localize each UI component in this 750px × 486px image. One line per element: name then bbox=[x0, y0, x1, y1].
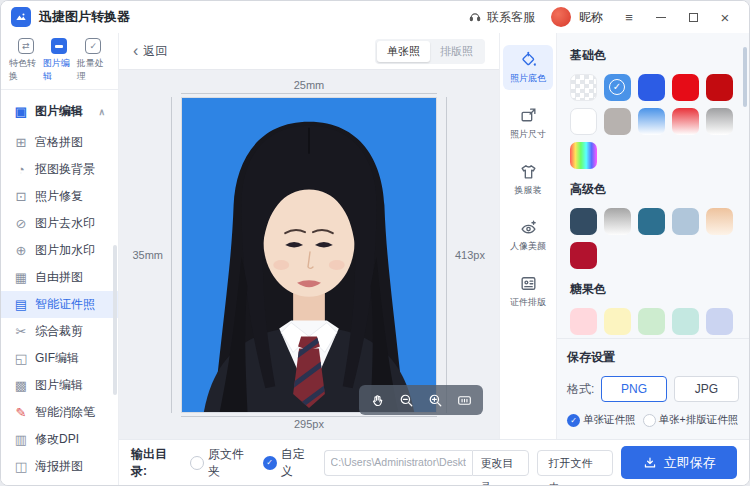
minimize-button[interactable] bbox=[649, 6, 673, 28]
sidebar-item[interactable]: ▤ 智能证件照 bbox=[1, 291, 118, 318]
save-now-button[interactable]: 立即保存 bbox=[621, 446, 737, 479]
image-edit-icon bbox=[51, 38, 67, 54]
color-swatch[interactable] bbox=[638, 308, 665, 335]
nav-tab-batch-process[interactable]: ✓ 批量处理 bbox=[77, 38, 110, 83]
color-group: 基础色✓ bbox=[570, 47, 736, 169]
panel-scrollbar[interactable] bbox=[743, 47, 747, 107]
tool-strip: 照片底色 照片尺寸 换服装 人像美颜 bbox=[499, 33, 557, 439]
sidebar-item-icon: ▥ bbox=[14, 432, 28, 447]
sidebar-group-header[interactable]: ▣ 图片编辑 ∧ bbox=[1, 94, 118, 129]
tool-change-clothes[interactable]: 换服装 bbox=[503, 157, 553, 202]
id-photo-portrait[interactable] bbox=[181, 97, 437, 413]
download-icon bbox=[643, 456, 657, 470]
color-swatch[interactable] bbox=[672, 308, 699, 335]
sidebar-item[interactable]: ▦ 自由拼图 bbox=[1, 264, 118, 291]
sidebar-item-label: 智能消除笔 bbox=[35, 404, 95, 421]
compare-view-icon[interactable] bbox=[457, 393, 472, 408]
color-swatch[interactable] bbox=[570, 108, 597, 135]
color-swatch[interactable] bbox=[638, 108, 665, 135]
nav-tab-label: 图片编辑 bbox=[43, 57, 76, 83]
sidebar-item[interactable]: ◫ 海报拼图 bbox=[1, 453, 118, 480]
format-png-button[interactable]: PNG bbox=[601, 376, 666, 402]
swatch-grid bbox=[570, 308, 736, 338]
nav-tab-feature-convert[interactable]: ⇄ 特色转换 bbox=[9, 38, 42, 83]
maximize-button[interactable] bbox=[681, 6, 705, 28]
color-swatch[interactable] bbox=[638, 74, 665, 101]
color-swatch[interactable] bbox=[706, 108, 733, 135]
checklist-icon: ✓ bbox=[85, 38, 101, 54]
hand-pan-icon[interactable] bbox=[370, 393, 385, 408]
tool-photo-size[interactable]: 照片尺寸 bbox=[503, 101, 553, 146]
tool-photo-bg-color[interactable]: 照片底色 bbox=[503, 45, 553, 90]
open-folder-button[interactable]: 打开文件夹 bbox=[537, 450, 613, 476]
sidebar-item[interactable]: ✂ 综合裁剪 bbox=[1, 318, 118, 345]
color-swatch[interactable] bbox=[604, 108, 631, 135]
sidebar-item[interactable]: ✎ 智能消除笔 bbox=[1, 399, 118, 426]
color-swatch[interactable] bbox=[672, 74, 699, 101]
output-dir-label: 输出目录: bbox=[131, 446, 182, 480]
sidebar-item-label: 宫格拼图 bbox=[35, 134, 83, 151]
color-swatch[interactable] bbox=[672, 108, 699, 135]
format-row: 格式: PNG JPG bbox=[567, 376, 739, 402]
color-swatch[interactable] bbox=[604, 308, 631, 335]
sidebar-item-label: 海报拼图 bbox=[35, 458, 83, 475]
save-options-row: ✓ 单张证件照 单张+排版证件照 bbox=[567, 413, 739, 427]
tool-portrait-beauty[interactable]: 人像美颜 bbox=[503, 213, 553, 258]
tab-single-photo[interactable]: 单张照 bbox=[377, 41, 430, 62]
color-swatch[interactable] bbox=[570, 74, 597, 101]
format-jpg-button[interactable]: JPG bbox=[674, 376, 739, 402]
tab-layout-photo[interactable]: 排版照 bbox=[430, 41, 483, 62]
color-swatch[interactable] bbox=[570, 242, 597, 269]
title-bar: 迅捷图片转换器 联系客服 昵称 ≡ × bbox=[1, 1, 749, 33]
sidebar-item-label: 抠图换背景 bbox=[35, 161, 95, 178]
color-swatch[interactable] bbox=[570, 208, 597, 235]
sidebar-item-icon: ▦ bbox=[14, 270, 28, 285]
dim-width-px: 295px bbox=[294, 417, 324, 432]
color-swatch[interactable] bbox=[706, 208, 733, 235]
menu-icon[interactable]: ≡ bbox=[617, 6, 641, 28]
radio-unchecked-icon bbox=[190, 456, 204, 470]
rainbow-picker-swatch[interactable] bbox=[570, 142, 597, 169]
sidebar-item[interactable]: ◔ 抠图换背景 bbox=[1, 156, 118, 183]
sidebar-item[interactable]: ⊡ 照片修复 bbox=[1, 183, 118, 210]
change-directory-button[interactable]: 更改目录 bbox=[472, 450, 530, 476]
sidebar: ⇄ 特色转换 图片编辑 ✓ 批量处理 ▣ 图片编辑 ∧ bbox=[1, 33, 119, 485]
sidebar-scrollbar[interactable] bbox=[113, 245, 117, 395]
back-button[interactable]: ‹ 返回 bbox=[133, 43, 167, 60]
color-swatch[interactable] bbox=[706, 308, 733, 335]
option-custom-folder[interactable]: ✓ 自定义 bbox=[263, 446, 316, 480]
color-swatch[interactable] bbox=[570, 308, 597, 335]
color-swatch[interactable] bbox=[604, 208, 631, 235]
option-single-photo[interactable]: ✓ 单张证件照 bbox=[567, 413, 636, 427]
color-swatch[interactable] bbox=[706, 74, 733, 101]
close-button[interactable]: × bbox=[713, 6, 737, 28]
tool-label: 人像美颜 bbox=[510, 240, 546, 253]
tool-id-layout[interactable]: 证件排版 bbox=[503, 269, 553, 314]
sidebar-item[interactable]: ▥ 修改DPI bbox=[1, 426, 118, 453]
photo-canvas: 25mm 35mm bbox=[119, 69, 499, 439]
contact-support-button[interactable]: 联系客服 bbox=[468, 9, 535, 26]
output-path-input[interactable] bbox=[324, 450, 472, 476]
app-window: 迅捷图片转换器 联系客服 昵称 ≡ × ⇄ 特色转换 图片编辑 bbox=[0, 0, 750, 486]
dim-height-mm: 35mm bbox=[129, 249, 171, 261]
sidebar-item[interactable]: ⊘ 图片去水印 bbox=[1, 210, 118, 237]
zoom-in-icon[interactable] bbox=[428, 393, 443, 408]
sidebar-item-icon: ⊕ bbox=[14, 243, 28, 258]
photo-stage[interactable] bbox=[171, 93, 447, 417]
sidebar-item-icon: ✎ bbox=[14, 405, 28, 420]
option-original-folder[interactable]: 原文件夹 bbox=[190, 446, 255, 480]
sidebar-item[interactable]: ▩ 图片编辑 bbox=[1, 372, 118, 399]
user-avatar[interactable] bbox=[551, 7, 571, 27]
sidebar-item[interactable]: ⊞ 宫格拼图 bbox=[1, 129, 118, 156]
sidebar-item[interactable]: ◱ GIF编辑 bbox=[1, 345, 118, 372]
color-swatch[interactable]: ✓ bbox=[604, 74, 631, 101]
color-swatch[interactable] bbox=[672, 208, 699, 235]
sidebar-item[interactable]: ▧ 图片加文字 bbox=[1, 480, 118, 485]
color-swatch[interactable] bbox=[638, 208, 665, 235]
nav-tab-image-edit[interactable]: 图片编辑 bbox=[43, 38, 76, 83]
sidebar-item[interactable]: ⊕ 图片加水印 bbox=[1, 237, 118, 264]
sidebar-group-label: 图片编辑 bbox=[35, 103, 83, 120]
option-single-plus-layout[interactable]: 单张+排版证件照 bbox=[643, 413, 739, 427]
color-panel: 基础色✓高级色糖果色 保存设置 格式: PNG JPG ✓ 单张证件照 bbox=[557, 33, 749, 439]
zoom-out-icon[interactable] bbox=[399, 393, 414, 408]
